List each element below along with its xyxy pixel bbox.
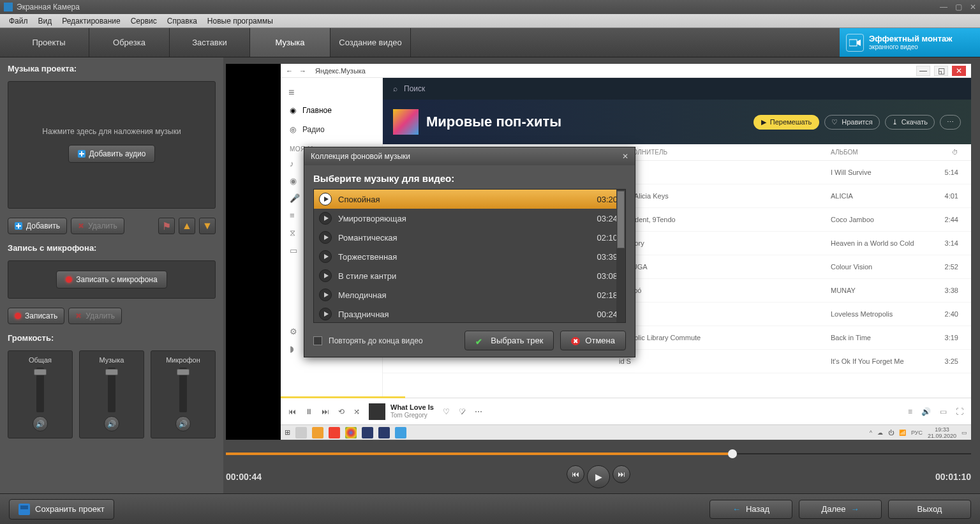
move-down-button[interactable]: ▼ (199, 218, 216, 234)
more-icon: ⋯ (475, 407, 482, 416)
play-icon[interactable] (319, 250, 332, 263)
volume-mic: Микрофон 🔊 (151, 350, 216, 438)
speaker-icon: 🔊 (107, 420, 116, 428)
mute-overall-button[interactable]: 🔊 (33, 416, 48, 431)
promo-banner[interactable]: Эффектный монтаж экранного видео (840, 28, 980, 57)
tab-trim[interactable]: Обрезка (89, 28, 170, 57)
captured-nav-main: ◉Главное (281, 101, 382, 120)
next-button[interactable]: Далее (799, 500, 882, 519)
dialog-heading: Выберите музыку для видео: (313, 173, 626, 184)
play-icon[interactable] (319, 288, 332, 301)
plus-icon (78, 150, 85, 158)
move-up-button[interactable]: ▲ (179, 218, 195, 234)
record-icon (66, 276, 72, 283)
pip-icon: ▭ (940, 407, 947, 416)
track-item[interactable]: Мелодичная02:18 (314, 285, 625, 304)
add-audio-button[interactable]: Добавить аудио (68, 145, 156, 163)
save-project-button[interactable]: Сохранить проект (9, 499, 114, 520)
tab-projects[interactable]: Проекты (9, 28, 89, 57)
track-item[interactable]: Романтическая02:10 (314, 228, 625, 247)
record-mic-button[interactable]: Записать с микрофона (56, 271, 167, 288)
more-icon: ⋯ (940, 115, 961, 130)
music-hint: Нажмите здесь для наложения музыки (42, 127, 181, 136)
check-icon (475, 337, 486, 345)
tab-intros[interactable]: Заставки (170, 28, 250, 57)
playlist-cover (393, 109, 419, 135)
track-item[interactable]: Праздничная00:24 (314, 304, 625, 323)
shuffle-button: ▶ Перемешать (754, 115, 819, 130)
add-button[interactable]: Добавить (8, 218, 67, 234)
track-list: Спокойная03:20Умиротворяющая03:24Романти… (313, 189, 626, 323)
mute-music-button[interactable]: 🔊 (104, 416, 119, 431)
volume-music-slider[interactable] (108, 368, 115, 412)
menu-service[interactable]: Сервис (126, 15, 162, 27)
music-panel-title: Музыка проекта: (8, 64, 216, 73)
close-button[interactable]: ✕ (970, 3, 976, 11)
play-icon[interactable] (319, 212, 332, 225)
mute-mic-button[interactable]: 🔊 (175, 416, 191, 431)
record-button[interactable]: Записать (8, 308, 64, 324)
shuffle-icon: ⤨ (353, 407, 360, 416)
track-item[interactable]: В стиле кантри03:08 (314, 266, 625, 285)
maximize-button[interactable]: ▢ (955, 3, 962, 11)
promo-subtitle: экранного видео (869, 43, 953, 51)
exit-button[interactable]: Выход (888, 500, 971, 519)
mic-panel: Записать с микрофона (8, 260, 216, 299)
cancel-icon (571, 336, 580, 345)
volume-overall-slider[interactable] (36, 368, 44, 412)
cancel-button[interactable]: Отмена (560, 331, 626, 350)
time-total: 00:01:10 (895, 472, 971, 482)
arrow-up-icon: ▲ (182, 220, 192, 232)
menu-new-programs[interactable]: Новые программы (202, 15, 278, 27)
repeat-label: Повторять до конца видео (329, 336, 458, 345)
play-icon[interactable] (319, 308, 332, 320)
timeline-slider[interactable] (226, 447, 971, 460)
play-button[interactable]: ▶ (587, 465, 610, 488)
flag-icon-button[interactable]: ⚑ (158, 218, 175, 234)
mic-panel-title: Запись с микрофона: (8, 243, 216, 253)
play-icon[interactable] (319, 269, 332, 282)
prev-button[interactable]: ⏮ (567, 465, 584, 483)
menu-view[interactable]: Вид (33, 15, 57, 27)
windows-start-icon: ⊞ (285, 428, 290, 437)
flag-icon: ⚑ (162, 220, 171, 232)
promo-icon (846, 34, 864, 52)
next-button[interactable]: ⏭ (612, 465, 630, 483)
fullscreen-icon: ⛶ (956, 407, 963, 416)
radio-icon: ◎ (290, 125, 296, 134)
tab-create-video[interactable]: Создание видео (330, 28, 411, 57)
time-current: 00:00:44 (226, 472, 302, 482)
minimize-button[interactable]: — (940, 3, 947, 11)
download-button: ⤓ Скачать (885, 115, 935, 130)
window-titlebar: Экранная Камера — ▢ ✕ (0, 0, 980, 14)
play-icon[interactable] (319, 231, 332, 244)
volume-music: Музыка 🔊 (79, 350, 144, 438)
volume-icon: 🔊 (921, 407, 931, 416)
menu-edit[interactable]: Редактирование (57, 15, 125, 27)
app-icon (4, 3, 13, 11)
track-item[interactable]: Спокойная03:20 (314, 190, 625, 209)
track-item[interactable]: Умиротворяющая03:24 (314, 209, 625, 228)
repeat-checkbox[interactable] (313, 336, 322, 345)
menu-help[interactable]: Справка (162, 15, 202, 27)
tab-music[interactable]: Музыка (250, 28, 330, 57)
speaker-icon: 🔊 (179, 420, 188, 428)
play-icon[interactable] (319, 193, 332, 206)
track-item[interactable]: Торжественная03:39 (314, 247, 625, 266)
heart-icon: ♡ (443, 407, 450, 416)
captured-maximize-icon: ◱ (934, 66, 948, 76)
wifi-icon: 📶 (899, 430, 906, 436)
save-icon (19, 504, 30, 515)
back-button[interactable]: Назад (709, 500, 792, 519)
menu-file[interactable]: Файл (4, 15, 33, 27)
captured-app-title: Яндекс.Музыка (315, 67, 366, 75)
home-icon: ◉ (290, 106, 296, 115)
select-track-button[interactable]: Выбрать трек (464, 331, 554, 350)
captured-close-icon: ✕ (952, 66, 966, 76)
tracklist-scrollbar[interactable] (616, 190, 625, 322)
volume-mic-slider[interactable] (179, 368, 187, 412)
music-drop-area[interactable]: Нажмите здесь для наложения музыки Добав… (8, 81, 216, 209)
dialog-close-button[interactable]: ✕ (622, 152, 628, 161)
delete-recording-button: ✖Удалить (68, 308, 122, 324)
record-icon (15, 313, 21, 319)
